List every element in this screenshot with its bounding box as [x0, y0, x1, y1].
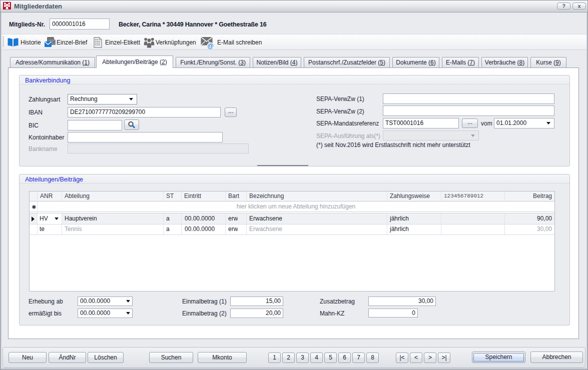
- svg-text:@: @: [207, 42, 213, 50]
